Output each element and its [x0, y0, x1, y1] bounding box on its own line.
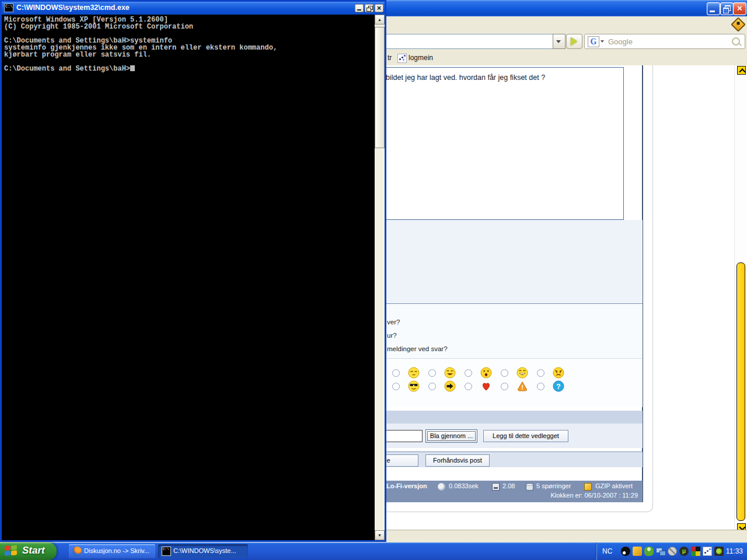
laugh-face-icon [444, 367, 456, 379]
utorrent-tray-icon[interactable] [679, 547, 689, 556]
go-button[interactable] [566, 34, 582, 49]
search-box[interactable]: G Google [584, 34, 745, 49]
cool-face-icon [408, 380, 420, 392]
post-icon-radio[interactable] [428, 383, 436, 390]
cmd-titlebar[interactable]: C:\ C:\WINDOWS\system32\cmd.exe [2, 2, 385, 15]
cmd-close-button[interactable] [375, 4, 383, 12]
media-player-tray-icon[interactable] [691, 547, 700, 556]
post-icon-radio[interactable] [465, 383, 472, 390]
console-scrollbar[interactable] [375, 15, 385, 540]
console-output[interactable]: Microsoft Windows XP [Versjon 5.1.2600] … [2, 15, 375, 540]
taskbar: Start Diskusjon.no -> Skriv... C:\ C:\WI… [0, 542, 747, 560]
scroll-up-button[interactable] [737, 66, 746, 75]
attachment-upload-row: Bla gjennom ... Legg til dette vedlegget [349, 424, 643, 448]
annoyed-face-icon [408, 367, 420, 379]
console-scrollbar-thumb[interactable] [375, 27, 385, 148]
taskbar-item-label: Diskusjon.no -> Skriv... [84, 547, 149, 554]
post-icon-radio[interactable] [392, 383, 400, 390]
arrow-right-icon [444, 380, 456, 392]
preview-post-button[interactable]: Forhåndsvis post [425, 454, 490, 467]
cmd-icon: C:\ [162, 547, 171, 556]
windows-logo-icon [5, 545, 19, 558]
post-icon-option [501, 367, 537, 379]
bookmark-item-logmein[interactable]: logmein [409, 54, 433, 62]
console-line: (C) Copyright 1985-2001 Microsoft Corpor… [4, 23, 375, 30]
surprised-face-icon [480, 367, 492, 379]
bookmark-item-tr[interactable]: tr [388, 54, 392, 62]
search-placeholder: Google [608, 37, 633, 46]
console-scroll-up-button[interactable] [375, 15, 385, 24]
post-editor-text: bildet jeg har lagt ved. hvordan får jeg… [386, 74, 545, 82]
post-icon-radio[interactable] [537, 383, 544, 390]
tuneup-tray-icon[interactable] [633, 547, 642, 556]
post-icon-row-2: ! ? [392, 380, 573, 393]
tray-icons [621, 547, 724, 556]
cmd-icon: C:\ [4, 4, 13, 12]
tray-clock[interactable]: 11:33 [726, 547, 743, 555]
console-scroll-down-button[interactable] [375, 530, 385, 540]
post-icon-radio[interactable] [428, 369, 436, 377]
post-icon-radio[interactable] [501, 369, 508, 377]
server-load: 2.08 [502, 482, 515, 489]
search-icon[interactable] [732, 37, 740, 46]
post-icon-section: ! ? [349, 358, 643, 407]
start-label: Start [22, 545, 45, 556]
logmein-icon[interactable] [397, 54, 407, 63]
post-icon-option [465, 367, 501, 379]
messenger-tray-icon[interactable] [644, 547, 654, 556]
post-icon-option: ! [501, 380, 537, 392]
console-line: kjørbart program eller satsvis fil. [4, 51, 375, 58]
generation-time: 0.0833sek [449, 482, 479, 489]
steam-tray-icon[interactable] [621, 547, 630, 556]
database-queries-icon [526, 483, 533, 491]
browse-button[interactable]: Bla gjennom ... [425, 429, 477, 443]
nvidia-tray-icon[interactable] [714, 547, 724, 556]
post-icon-option [392, 380, 428, 392]
browser-restore-button[interactable] [720, 2, 734, 15]
post-option-question-2: ur? [387, 332, 397, 339]
logmein-tray-icon[interactable] [703, 547, 712, 556]
lofi-version-link[interactable]: Lo-Fi-versjon [386, 482, 427, 489]
network-tray-icon[interactable] [656, 547, 665, 556]
grin-face-icon [516, 367, 528, 379]
browser-minimize-button[interactable] [707, 2, 720, 15]
page-scrollbar-thumb[interactable] [736, 262, 745, 521]
start-button[interactable]: Start [0, 542, 57, 560]
database-queries: 5 spørringer [536, 482, 571, 489]
post-option-question-1: ver? [387, 318, 400, 326]
post-icon-option [428, 367, 465, 379]
search-engine-dropdown-icon[interactable] [601, 40, 604, 44]
add-attachment-button[interactable]: Legg til dette vedlegget [483, 430, 568, 442]
address-dropdown-button[interactable] [553, 34, 566, 49]
post-icon-radio[interactable] [392, 369, 400, 377]
post-icon-radio[interactable] [537, 369, 544, 377]
attachment-section-header [349, 411, 643, 424]
console-prompt: C:\Documents and Settings\baH> [4, 65, 130, 73]
browser-close-button[interactable] [733, 2, 746, 15]
language-indicator[interactable]: NC [602, 547, 612, 555]
svg-text:!: ! [521, 384, 523, 391]
post-icon-radio[interactable] [465, 369, 472, 377]
forum-footer-bar: Lo-Fi-versjon 0.0833sek 2.08 5 spørringe… [349, 481, 643, 502]
firefox-icon [72, 547, 82, 556]
question-icon: ? [553, 380, 564, 392]
angry-face-icon [553, 367, 564, 379]
post-icon-option [537, 367, 573, 379]
post-icon-option [392, 367, 428, 379]
post-icon-radio[interactable] [501, 383, 508, 390]
desktop: G Google tr logmein bildet jeg har lagt … [0, 0, 747, 560]
volume-tray-icon[interactable] [668, 547, 677, 556]
google-logo-icon[interactable]: G [588, 36, 599, 47]
console-cursor [130, 65, 135, 71]
taskbar-item-label: C:\WINDOWS\syste... [173, 547, 236, 554]
console-prompt-line: C:\Documents and Settings\baH> [4, 65, 375, 72]
update-diamond-icon[interactable] [731, 17, 745, 32]
cmd-minimize-button[interactable] [355, 4, 364, 12]
cmd-window: C:\ C:\WINDOWS\system32\cmd.exe Microsof… [0, 0, 386, 542]
post-icon-row-1 [392, 366, 573, 379]
gzip-status: GZIP aktivert [595, 482, 633, 489]
taskbar-item-firefox[interactable]: Diskusjon.no -> Skriv... [69, 544, 155, 558]
taskbar-item-cmd[interactable]: C:\ C:\WINDOWS\syste... [158, 544, 248, 558]
cmd-restore-button[interactable] [365, 4, 374, 12]
generation-time-icon [438, 483, 445, 491]
